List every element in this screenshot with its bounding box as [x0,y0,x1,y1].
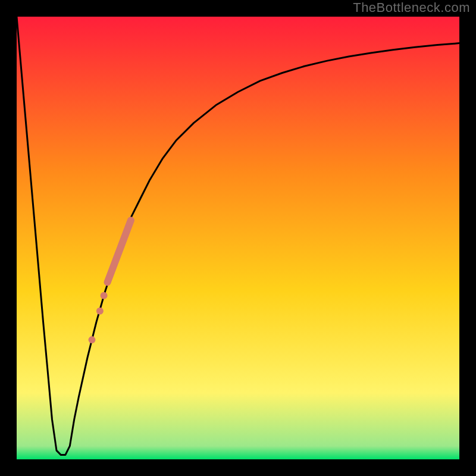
highlight-dot [101,292,108,299]
gradient-background [17,17,459,459]
plot-area [8,8,468,468]
highlight-dot [96,308,104,315]
attribution-label: TheBottleneck.com [353,0,470,15]
highlight-dot [88,336,95,343]
bottleneck-chart [0,0,476,476]
chart-container: TheBottleneck.com [0,0,476,476]
